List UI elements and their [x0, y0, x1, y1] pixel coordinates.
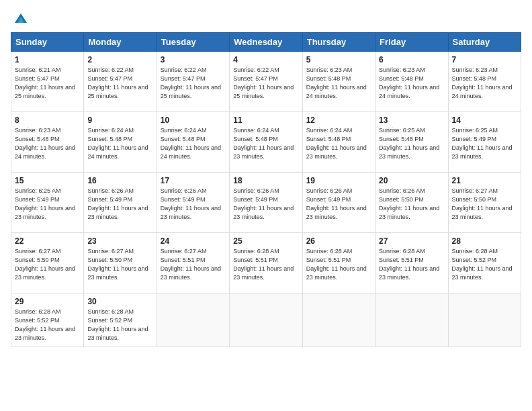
day-info: Sunrise: 6:23 AM Sunset: 5:48 PM Dayligh… — [379, 66, 444, 101]
day-number: 12 — [306, 116, 371, 125]
day-number: 5 — [306, 55, 371, 64]
calendar-cell: 30Sunrise: 6:28 AM Sunset: 5:52 PM Dayli… — [84, 293, 157, 347]
day-info: Sunrise: 6:24 AM Sunset: 5:48 PM Dayligh… — [233, 126, 298, 161]
day-info: Sunrise: 6:26 AM Sunset: 5:49 PM Dayligh… — [233, 187, 298, 222]
calendar-cell: 12Sunrise: 6:24 AM Sunset: 5:48 PM Dayli… — [302, 112, 375, 173]
day-info: Sunrise: 6:21 AM Sunset: 5:47 PM Dayligh… — [15, 66, 80, 101]
calendar-cell: 13Sunrise: 6:25 AM Sunset: 5:48 PM Dayli… — [375, 112, 448, 173]
weekday-header-sunday: Sunday — [11, 33, 84, 52]
day-number: 15 — [15, 176, 80, 185]
day-number: 3 — [161, 55, 226, 64]
calendar-week-row: 29Sunrise: 6:28 AM Sunset: 5:52 PM Dayli… — [11, 293, 521, 347]
weekday-header-tuesday: Tuesday — [157, 33, 229, 52]
day-number: 23 — [87, 236, 152, 246]
day-number: 20 — [379, 176, 444, 185]
day-info: Sunrise: 6:22 AM Sunset: 5:47 PM Dayligh… — [87, 66, 152, 101]
day-info: Sunrise: 6:24 AM Sunset: 5:48 PM Dayligh… — [87, 126, 152, 161]
calendar-cell: 11Sunrise: 6:24 AM Sunset: 5:48 PM Dayli… — [230, 112, 302, 173]
day-info: Sunrise: 6:26 AM Sunset: 5:50 PM Dayligh… — [379, 187, 444, 222]
calendar-cell: 25Sunrise: 6:28 AM Sunset: 5:51 PM Dayli… — [230, 233, 302, 293]
day-number: 7 — [452, 55, 517, 64]
day-info: Sunrise: 6:28 AM Sunset: 5:51 PM Dayligh… — [306, 247, 371, 282]
calendar-cell: 15Sunrise: 6:25 AM Sunset: 5:49 PM Dayli… — [11, 173, 84, 233]
calendar-cell: 24Sunrise: 6:27 AM Sunset: 5:51 PM Dayli… — [157, 233, 229, 293]
day-number: 16 — [87, 176, 152, 185]
day-number: 14 — [452, 116, 517, 125]
day-info: Sunrise: 6:26 AM Sunset: 5:49 PM Dayligh… — [161, 187, 226, 222]
calendar-week-row: 15Sunrise: 6:25 AM Sunset: 5:49 PM Dayli… — [11, 173, 521, 233]
day-number: 30 — [87, 297, 152, 306]
day-number: 27 — [379, 236, 444, 246]
day-number: 29 — [15, 297, 80, 306]
calendar-cell: 10Sunrise: 6:24 AM Sunset: 5:48 PM Dayli… — [157, 112, 229, 173]
calendar-cell: 22Sunrise: 6:27 AM Sunset: 5:50 PM Dayli… — [11, 233, 84, 293]
calendar-cell: 18Sunrise: 6:26 AM Sunset: 5:49 PM Dayli… — [230, 173, 302, 233]
day-number: 8 — [15, 116, 80, 125]
calendar-cell: 21Sunrise: 6:27 AM Sunset: 5:50 PM Dayli… — [448, 173, 521, 233]
day-info: Sunrise: 6:28 AM Sunset: 5:52 PM Dayligh… — [15, 308, 80, 342]
day-info: Sunrise: 6:27 AM Sunset: 5:50 PM Dayligh… — [15, 247, 80, 282]
day-info: Sunrise: 6:23 AM Sunset: 5:48 PM Dayligh… — [452, 66, 517, 101]
calendar-cell: 3Sunrise: 6:22 AM Sunset: 5:47 PM Daylig… — [157, 52, 229, 112]
day-info: Sunrise: 6:28 AM Sunset: 5:51 PM Dayligh… — [379, 247, 444, 282]
day-info: Sunrise: 6:24 AM Sunset: 5:48 PM Dayligh… — [306, 126, 371, 161]
day-number: 13 — [379, 116, 444, 125]
calendar-cell: 29Sunrise: 6:28 AM Sunset: 5:52 PM Dayli… — [11, 293, 84, 347]
calendar-cell: 5Sunrise: 6:23 AM Sunset: 5:48 PM Daylig… — [302, 52, 375, 112]
calendar-cell — [230, 293, 302, 347]
calendar-cell: 26Sunrise: 6:28 AM Sunset: 5:51 PM Dayli… — [302, 233, 375, 293]
calendar-cell: 8Sunrise: 6:23 AM Sunset: 5:48 PM Daylig… — [11, 112, 84, 173]
calendar-cell: 2Sunrise: 6:22 AM Sunset: 5:47 PM Daylig… — [84, 52, 157, 112]
day-number: 19 — [306, 176, 371, 185]
calendar-cell: 16Sunrise: 6:26 AM Sunset: 5:49 PM Dayli… — [84, 173, 157, 233]
calendar-cell — [157, 293, 229, 347]
weekday-header-monday: Monday — [84, 33, 157, 52]
calendar-table: SundayMondayTuesdayWednesdayThursdayFrid… — [11, 32, 521, 347]
calendar-cell: 19Sunrise: 6:26 AM Sunset: 5:49 PM Dayli… — [302, 173, 375, 233]
day-number: 2 — [87, 55, 152, 64]
day-info: Sunrise: 6:27 AM Sunset: 5:50 PM Dayligh… — [452, 187, 517, 222]
day-number: 18 — [233, 176, 298, 185]
calendar-week-row: 22Sunrise: 6:27 AM Sunset: 5:50 PM Dayli… — [11, 233, 521, 293]
day-number: 10 — [161, 116, 226, 125]
logo — [11, 11, 30, 26]
day-info: Sunrise: 6:25 AM Sunset: 5:48 PM Dayligh… — [379, 126, 444, 161]
day-number: 24 — [161, 236, 226, 246]
day-number: 11 — [233, 116, 298, 125]
day-number: 25 — [233, 236, 298, 246]
page-header — [11, 11, 521, 26]
calendar-cell: 27Sunrise: 6:28 AM Sunset: 5:51 PM Dayli… — [375, 233, 448, 293]
calendar-cell — [302, 293, 375, 347]
logo-icon — [13, 11, 28, 26]
day-info: Sunrise: 6:23 AM Sunset: 5:48 PM Dayligh… — [306, 66, 371, 101]
day-info: Sunrise: 6:23 AM Sunset: 5:48 PM Dayligh… — [15, 126, 80, 161]
day-info: Sunrise: 6:22 AM Sunset: 5:47 PM Dayligh… — [233, 66, 298, 101]
calendar-cell: 17Sunrise: 6:26 AM Sunset: 5:49 PM Dayli… — [157, 173, 229, 233]
weekday-header-wednesday: Wednesday — [230, 33, 302, 52]
weekday-header-row: SundayMondayTuesdayWednesdayThursdayFrid… — [11, 33, 521, 52]
day-info: Sunrise: 6:22 AM Sunset: 5:47 PM Dayligh… — [161, 66, 226, 101]
day-number: 22 — [15, 236, 80, 246]
day-number: 28 — [452, 236, 517, 246]
calendar-cell: 4Sunrise: 6:22 AM Sunset: 5:47 PM Daylig… — [230, 52, 302, 112]
day-info: Sunrise: 6:27 AM Sunset: 5:50 PM Dayligh… — [87, 247, 152, 282]
calendar-cell — [375, 293, 448, 347]
day-number: 4 — [233, 55, 298, 64]
weekday-header-thursday: Thursday — [302, 33, 375, 52]
day-info: Sunrise: 6:27 AM Sunset: 5:51 PM Dayligh… — [161, 247, 226, 282]
calendar-cell: 14Sunrise: 6:25 AM Sunset: 5:49 PM Dayli… — [448, 112, 521, 173]
calendar-cell: 6Sunrise: 6:23 AM Sunset: 5:48 PM Daylig… — [375, 52, 448, 112]
day-info: Sunrise: 6:28 AM Sunset: 5:52 PM Dayligh… — [452, 247, 517, 282]
weekday-header-friday: Friday — [375, 33, 448, 52]
calendar-cell: 23Sunrise: 6:27 AM Sunset: 5:50 PM Dayli… — [84, 233, 157, 293]
weekday-header-saturday: Saturday — [448, 33, 521, 52]
day-info: Sunrise: 6:26 AM Sunset: 5:49 PM Dayligh… — [306, 187, 371, 222]
calendar-cell: 28Sunrise: 6:28 AM Sunset: 5:52 PM Dayli… — [448, 233, 521, 293]
calendar-cell: 9Sunrise: 6:24 AM Sunset: 5:48 PM Daylig… — [84, 112, 157, 173]
day-info: Sunrise: 6:25 AM Sunset: 5:49 PM Dayligh… — [15, 187, 80, 222]
calendar-week-row: 1Sunrise: 6:21 AM Sunset: 5:47 PM Daylig… — [11, 52, 521, 112]
day-number: 21 — [452, 176, 517, 185]
day-number: 9 — [87, 116, 152, 125]
day-number: 26 — [306, 236, 371, 246]
day-number: 6 — [379, 55, 444, 64]
